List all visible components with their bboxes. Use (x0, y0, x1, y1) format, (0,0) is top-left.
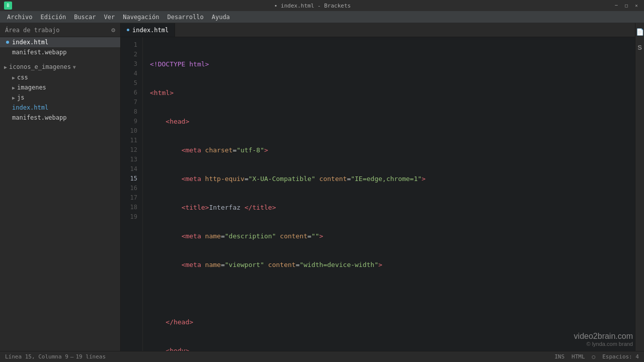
editor-tabs: index.html (121, 23, 635, 37)
code-line-9 (150, 289, 635, 298)
line-num-2: 2 (128, 50, 137, 59)
line-num-8: 8 (128, 107, 137, 117)
main-layout: Área de trabajo ⚙ index.html manifest.we… (0, 23, 644, 351)
file-name: index.html (12, 39, 48, 46)
file-name: manifest.webapp (12, 49, 66, 56)
language-mode[interactable]: HTML (572, 353, 585, 360)
modified-dot (6, 41, 9, 44)
menu-bar: Archivo Edición Buscar Ver Navegación De… (0, 11, 644, 23)
gear-icon[interactable]: ⚙ (111, 26, 115, 34)
arrow-icon: ▶ (12, 95, 15, 101)
live-preview-icon[interactable]: 📄 (636, 28, 644, 36)
sidebar-header: Área de trabajo ⚙ (0, 23, 120, 37)
code-line-8: <meta name="viewport" content="width=dev… (150, 260, 635, 269)
code-content[interactable]: <!DOCTYPE html> <html> <head> <meta char… (143, 37, 635, 351)
line-num-18: 18 (128, 203, 137, 212)
minimize-button[interactable]: ─ (613, 2, 620, 9)
line-num-13: 13 (128, 155, 137, 164)
code-line-6: <title>Interfaz </title> (150, 203, 635, 212)
file-label: index.html (12, 104, 48, 111)
maximize-button[interactable]: □ (623, 2, 630, 9)
extension-icon[interactable]: S (637, 44, 642, 51)
sidebar-item-index-html[interactable]: index.html (0, 103, 120, 113)
folder-label: imagenes (17, 84, 46, 91)
folder-name: iconos_e_imagenes (9, 63, 71, 70)
menu-ayuda[interactable]: Ayuda (208, 13, 234, 22)
code-line-5: <meta http-equiv="X-UA-Compatible" conte… (150, 174, 635, 184)
arrow-icon: ▶ (12, 75, 15, 80)
status-left: Línea 15, Columna 9 — 19 líneas (5, 353, 106, 360)
menu-buscar[interactable]: Buscar (70, 13, 100, 22)
folder-arrow: ▶ (4, 64, 7, 70)
ins-mode[interactable]: INS (554, 353, 565, 360)
line-num-7: 7 (128, 98, 137, 107)
line-numbers: 1 2 3 4 5 6 7 8 9 10 11 12 13 14 15 16 1… (121, 37, 143, 351)
line-num-6: 6 (128, 88, 137, 98)
close-button[interactable]: ✕ (633, 2, 640, 9)
sidebar-item-manifest-top[interactable]: manifest.webapp (0, 47, 120, 57)
code-line-10: </head> (150, 317, 635, 327)
arrow-icon: ▶ (12, 85, 15, 90)
window-controls[interactable]: ─ □ ✕ (613, 2, 640, 9)
status-right: INS HTML ○ Espacios: 4 (554, 353, 639, 360)
line-num-15: 15 (128, 174, 137, 184)
folder-indicator: ▼ (73, 64, 76, 70)
sidebar: Área de trabajo ⚙ index.html manifest.we… (0, 23, 121, 351)
app-icon: B (4, 2, 12, 10)
line-num-12: 12 (128, 145, 137, 155)
editor-area: index.html 1 2 3 4 5 6 7 8 9 10 11 12 13… (121, 23, 635, 351)
separator: — (70, 353, 74, 360)
line-num-19: 19 (128, 212, 137, 222)
line-num-5: 5 (128, 78, 137, 88)
spaces-setting[interactable]: Espacios: 4 (602, 353, 639, 360)
line-num-14: 14 (128, 164, 137, 174)
line-num-11: 11 (128, 136, 137, 145)
folder-label: css (17, 74, 28, 81)
window-title: • index.html - Brackets (12, 3, 613, 9)
menu-edicion[interactable]: Edición (37, 13, 70, 22)
tab-index-html[interactable]: index.html (121, 23, 175, 37)
sidebar-item-manifest[interactable]: manifest.webapp (0, 113, 120, 123)
line-num-16: 16 (128, 184, 137, 193)
menu-ver[interactable]: Ver (100, 13, 119, 22)
line-num-1: 1 (128, 40, 137, 50)
line-num-9: 9 (128, 117, 137, 126)
file-label: manifest.webapp (12, 114, 66, 121)
code-line-11: <body> (150, 346, 635, 351)
folder-iconos[interactable]: ▶ iconos_e_imagenes ▼ (0, 61, 120, 72)
menu-desarrollo[interactable]: Desarrollo (163, 13, 207, 22)
title-bar: B • index.html - Brackets ─ □ ✕ (0, 0, 644, 11)
sidebar-folder-imagenes[interactable]: ▶ imagenes (0, 82, 120, 93)
right-panel: 📄 S (635, 23, 644, 351)
encoding-icon[interactable]: ○ (592, 353, 596, 360)
code-line-4: <meta charset="utf-8"> (150, 145, 635, 155)
line-num-17: 17 (128, 193, 137, 203)
line-num-4: 4 (128, 69, 137, 78)
sidebar-folder-js[interactable]: ▶ js (0, 93, 120, 103)
folder-label: js (17, 94, 24, 101)
tab-label: index.html (132, 27, 169, 34)
lines-count: 19 líneas (75, 353, 106, 360)
code-line-7: <meta name="description" content=""> (150, 231, 635, 241)
line-num-10: 10 (128, 126, 137, 136)
code-line-2: <html> (150, 88, 635, 98)
workspace-label: Área de trabajo (5, 27, 59, 34)
menu-archivo[interactable]: Archivo (3, 13, 37, 22)
code-editor[interactable]: 1 2 3 4 5 6 7 8 9 10 11 12 13 14 15 16 1… (121, 37, 635, 351)
menu-navegacion[interactable]: Navegación (119, 13, 163, 22)
cursor-position: Línea 15, Columna 9 (5, 353, 68, 360)
code-line-3: <head> (150, 117, 635, 126)
tab-modified-dot (127, 29, 129, 31)
sidebar-folder-css[interactable]: ▶ css (0, 72, 120, 82)
code-line-1: <!DOCTYPE html> (150, 59, 635, 69)
line-num-3: 3 (128, 59, 137, 69)
status-bar: Línea 15, Columna 9 — 19 líneas INS HTML… (0, 351, 644, 362)
sidebar-item-index-html-top[interactable]: index.html (0, 37, 120, 47)
